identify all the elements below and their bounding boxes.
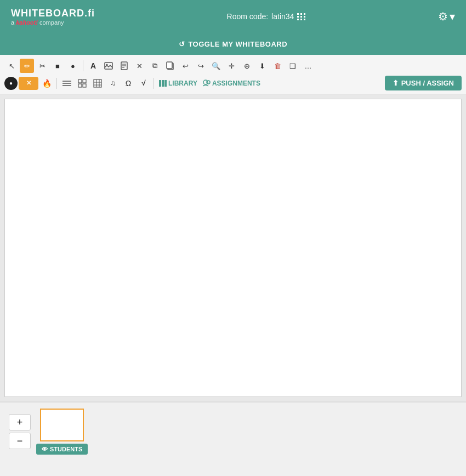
table-tool[interactable]	[90, 76, 105, 90]
page-thumbnail[interactable]	[40, 409, 84, 441]
canvas-area	[0, 94, 466, 401]
students-label: STUDENTS	[50, 446, 82, 452]
image-tool[interactable]	[101, 59, 116, 73]
sep3	[154, 78, 154, 89]
image-icon	[104, 62, 113, 70]
svg-point-24	[207, 81, 210, 84]
lines-icon	[62, 80, 71, 87]
logo-subtitle: a kahoot! company	[11, 19, 95, 26]
sqrt-tool[interactable]: √	[137, 76, 151, 90]
svg-rect-15	[94, 80, 101, 87]
layers-tool[interactable]: ❑	[286, 59, 300, 73]
gear-icon: ⚙	[438, 10, 448, 23]
select-tool[interactable]: ↖	[4, 59, 19, 73]
bottom-panel: + − 👁 STUDENTS	[0, 401, 466, 461]
students-button[interactable]: 👁 STUDENTS	[36, 444, 88, 455]
room-code-value: latin34	[271, 12, 294, 21]
assignments-icon	[203, 80, 211, 87]
square-tool[interactable]: ■	[50, 59, 65, 73]
paste-tool[interactable]	[163, 59, 177, 73]
download-tool[interactable]: ⬇	[255, 59, 269, 73]
svg-rect-14	[83, 84, 86, 87]
toolbar: ↖ ✏ ✂ ■ ● A ✕ ⧉ ↩ ↪ 🔍 ✛ ⊕ ⬇ 🗑 ❑ … ● ✕ 🔥	[0, 55, 466, 94]
toggle-text: TOGGLE MY WHITEBOARD	[188, 40, 287, 48]
toolbar-row2: ● ✕ 🔥 ♫ Ω √ LIBRARY ASSIGNMENTS	[4, 75, 462, 92]
zoom-controls: + −	[9, 414, 31, 449]
zoom-plus-button[interactable]: +	[9, 414, 31, 430]
cross-tool[interactable]: ✕	[132, 59, 146, 73]
svg-rect-13	[78, 84, 82, 87]
pencil-tool[interactable]: ✏	[20, 59, 34, 73]
push-assign-label: PUSH / ASSIGN	[401, 79, 454, 87]
svg-rect-20	[159, 80, 161, 87]
students-icon: 👁	[42, 446, 48, 452]
paste-icon	[166, 61, 174, 70]
toolbar-row2-left: ● ✕ 🔥 ♫ Ω √ LIBRARY ASSIGNMENTS	[4, 76, 263, 90]
svg-rect-12	[83, 80, 86, 83]
color-black-tool[interactable]: ●	[4, 77, 18, 90]
push-assign-button[interactable]: ⬆ PUSH / ASSIGN	[385, 76, 462, 90]
toggle-icon: ↺	[179, 40, 185, 48]
grid-tool[interactable]	[75, 76, 89, 90]
fire-tool[interactable]: 🔥	[39, 76, 54, 90]
table-icon	[93, 79, 102, 88]
music-tool[interactable]: ♫	[106, 76, 120, 90]
assignments-button[interactable]: ASSIGNMENTS	[201, 80, 263, 87]
scissors-tool[interactable]: ✂	[35, 59, 49, 73]
grid-icon-tool	[78, 79, 87, 88]
assignments-label: ASSIGNMENTS	[212, 80, 260, 87]
svg-rect-11	[78, 80, 82, 83]
svg-rect-22	[164, 80, 167, 87]
zoom-minus-button[interactable]: −	[9, 433, 31, 449]
settings-area[interactable]: ⚙ ▾	[438, 10, 455, 23]
redo-tool[interactable]: ↪	[194, 59, 208, 73]
undo-tool[interactable]: ↩	[178, 59, 192, 73]
toggle-label: ↺ TOGGLE MY WHITEBOARD	[179, 40, 287, 48]
doc-tool[interactable]	[117, 59, 131, 73]
move-tool[interactable]: ✛	[224, 59, 238, 73]
more-tool[interactable]: …	[301, 59, 315, 73]
whiteboard[interactable]	[4, 99, 462, 397]
library-icon	[159, 80, 167, 87]
omega-tool[interactable]: Ω	[121, 76, 135, 90]
header: WHITEBOARD.fi a kahoot! company Room cod…	[0, 0, 466, 33]
clear-x-tool[interactable]: ✕	[19, 77, 38, 90]
logo-area: WHITEBOARD.fi a kahoot! company	[11, 8, 95, 26]
settings-arrow: ▾	[450, 10, 455, 23]
lines-tool[interactable]	[60, 76, 74, 90]
logo-title: WHITEBOARD.fi	[11, 8, 95, 19]
room-code-area: Room code: latin34	[227, 12, 306, 21]
settings-button[interactable]: ⚙ ▾	[438, 10, 455, 23]
library-label: LIBRARY	[168, 80, 197, 87]
toggle-bar[interactable]: ↺ TOGGLE MY WHITEBOARD	[0, 33, 466, 55]
sep1	[83, 60, 83, 71]
sep2	[56, 78, 57, 89]
grid-icon	[297, 13, 306, 20]
page-thumb-container: 👁 STUDENTS	[36, 409, 88, 455]
doc-icon	[121, 61, 128, 70]
library-button[interactable]: LIBRARY	[157, 80, 200, 87]
zoom-search-tool[interactable]: 🔍	[209, 59, 223, 73]
push-assign-icon: ⬆	[393, 79, 399, 87]
svg-rect-7	[167, 62, 172, 69]
room-code-label: Room code:	[227, 12, 268, 21]
circle-tool[interactable]: ●	[66, 59, 80, 73]
toolbar-row1: ↖ ✏ ✂ ■ ● A ✕ ⧉ ↩ ↪ 🔍 ✛ ⊕ ⬇ 🗑 ❑ …	[4, 57, 462, 75]
copy-tool[interactable]: ⧉	[147, 59, 162, 73]
zoom-in-tool[interactable]: ⊕	[240, 59, 254, 73]
text-tool[interactable]: A	[86, 59, 100, 73]
svg-rect-21	[162, 80, 164, 87]
delete-tool[interactable]: 🗑	[270, 59, 285, 73]
